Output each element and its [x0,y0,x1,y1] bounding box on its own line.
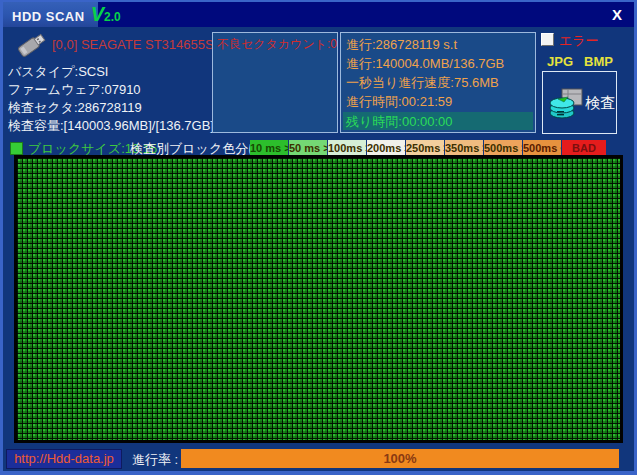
scan-grid [14,155,623,443]
app-title: HDD SCAN [12,9,85,24]
progress-speed: 一秒当り進行速度:75.6MB [346,74,499,92]
app-version-v: V [91,7,104,21]
save-bmp-button[interactable]: BMP [584,54,613,69]
scan-button-label: 検査 [585,94,615,113]
progress-elapsed: 進行時間:00:21:59 [346,93,452,111]
block-sample-icon [10,142,23,155]
scan-grid-blocks [17,158,620,440]
drive-model-text: [0,0] SEAGATE ST314655S [52,37,212,52]
progress-sectors: 進行:286728119 s.t [346,36,457,54]
progress-capacity: 進行:140004.0MB/136.7GB [346,55,504,73]
bad-sector-count: 不良セクタカウント:0 [213,33,337,53]
bad-sector-panel: 不良セクタカウント:0 [212,32,338,133]
bus-type-text: バスタイプ:SCSI [8,63,212,81]
progress-rate-label: 進行率 : [132,451,178,469]
hdd-scan-window: HDD SCAN V 2.0 X [0,0] SEAGATE ST314655S… [0,0,637,475]
error-checkbox[interactable] [541,33,554,46]
scan-capacity-text: 検査容量:[140003.96MB]/[136.7GB] [8,117,212,135]
progress-bar: 100% [181,449,619,468]
firmware-text: ファームウェア:07910 [8,81,212,99]
progress-remaining: 残り時間:00:00:00 [343,112,533,130]
app-title-group: HDD SCAN V 2.0 [12,2,121,27]
title-bar[interactable]: HDD SCAN V 2.0 X [3,2,634,27]
scan-button[interactable]: 検査 [542,71,617,134]
progress-percent: 100% [181,451,619,466]
website-link[interactable]: http://Hdd-data.jp [6,449,122,469]
usb-drive-icon [12,30,50,60]
error-label: エラー [559,32,599,50]
disk-stack-icon [548,85,586,123]
progress-info-panel: 進行:286728119 s.t 進行:140004.0MB/136.7GB 一… [340,32,536,133]
window-border-bottom [0,471,637,475]
window-border-left [0,0,3,475]
scan-sectors-text: 検査セクタ:286728119 [8,99,212,117]
save-jpg-button[interactable]: JPG [547,54,573,69]
close-icon[interactable]: X [612,6,622,23]
app-version-number: 2.0 [104,10,121,24]
